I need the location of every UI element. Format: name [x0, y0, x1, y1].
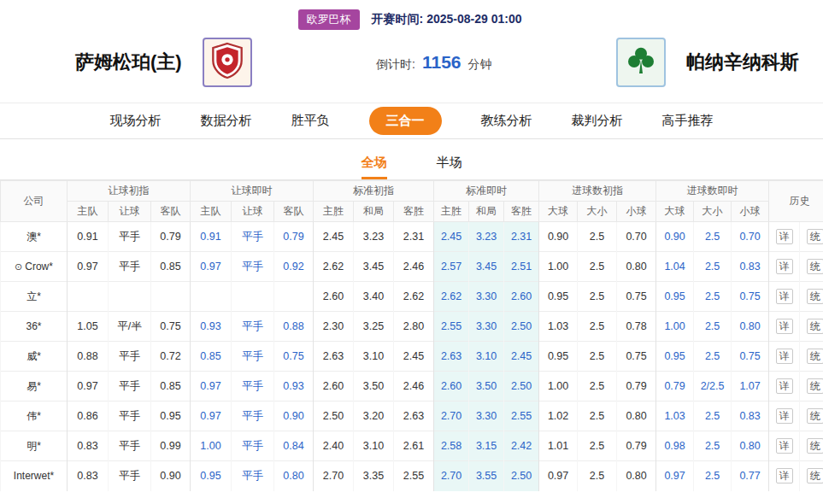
odds-cell [232, 282, 274, 312]
stats-button[interactable]: 统 [807, 259, 823, 274]
tab-胜平负[interactable]: 胜平负 [291, 113, 330, 129]
odds-cell: 平手 [232, 431, 274, 461]
col-header-让球: 让球 [109, 202, 151, 222]
odds-cell: 2.45 [314, 222, 354, 252]
action-cell: 统 [800, 312, 823, 342]
odds-cell: 2.5 [578, 252, 617, 282]
odds-cell: 0.75 [617, 342, 656, 372]
col-header-和局: 和局 [354, 202, 394, 222]
detail-button[interactable]: 详 [776, 408, 793, 424]
company-name: 易* [26, 380, 41, 392]
tab-现场分析[interactable]: 现场分析 [110, 113, 162, 129]
table-row: 36*1.05平/半0.750.93平手0.882.303.252.802.55… [1, 312, 823, 342]
odds-cell: 0.95 [191, 461, 232, 491]
detail-button[interactable]: 详 [776, 319, 793, 334]
countdown: 倒计时: 1156 分钟 [376, 52, 491, 73]
odds-cell: 0.80 [732, 312, 769, 342]
company-name: 明* [26, 440, 41, 452]
odds-cell: 2.5 [578, 342, 617, 372]
stats-button[interactable]: 统 [807, 289, 823, 304]
odds-cell: 2.60 [504, 282, 539, 312]
detail-button[interactable]: 详 [776, 378, 793, 394]
stats-button[interactable]: 统 [807, 349, 823, 364]
odds-cell: 2.46 [394, 252, 434, 282]
odds-table-body: 澳*0.91平手0.790.91平手0.792.453.232.312.453.… [1, 222, 823, 491]
odds-cell [274, 282, 314, 312]
company-name: 立* [26, 290, 41, 302]
odds-cell: 3.50 [354, 372, 394, 401]
odds-cell: 2.5 [694, 282, 732, 312]
odds-cell: 2.51 [504, 252, 539, 282]
odds-cell: 2.5 [694, 431, 732, 461]
odds-cell: 0.70 [732, 222, 769, 252]
tab-数据分析[interactable]: 数据分析 [201, 113, 252, 129]
company-name: Interwet* [14, 470, 54, 482]
group-header-标准即时: 标准即时 [434, 181, 539, 202]
subtab-半场[interactable]: 半场 [437, 155, 462, 179]
home-team-logo [203, 38, 252, 87]
odds-cell: 0.80 [617, 461, 656, 491]
target-icon: ⊙ [15, 261, 22, 272]
stats-button[interactable]: 统 [807, 229, 823, 244]
shamrock-icon [624, 44, 658, 81]
tab-教练分析[interactable]: 教练分析 [481, 113, 532, 129]
stats-button[interactable]: 统 [807, 378, 823, 394]
tab-三合一[interactable]: 三合一 [369, 107, 442, 135]
subtab-全场[interactable]: 全场 [362, 155, 387, 179]
odds-cell: 2.61 [394, 431, 434, 461]
detail-button[interactable]: 详 [776, 349, 793, 364]
odds-cell: 0.75 [617, 282, 656, 312]
odds-cell: 3.30 [469, 282, 504, 312]
odds-cell: 2.5 [578, 431, 617, 461]
detail-button[interactable]: 详 [776, 229, 793, 244]
stats-button[interactable]: 统 [807, 468, 823, 483]
action-cell: 详 [769, 312, 800, 342]
col-header-主队: 主队 [191, 202, 232, 222]
odds-cell: 平手 [232, 401, 274, 431]
league-badge[interactable]: 欧罗巴杯 [298, 9, 360, 30]
odds-cell: 2.30 [314, 312, 354, 342]
match-time-value: 2025-08-29 01:00 [426, 12, 521, 26]
odds-cell: 2.5 [694, 401, 732, 431]
stats-button[interactable]: 统 [807, 319, 823, 334]
odds-cell: 0.83 [68, 431, 109, 461]
odds-cell: 0.85 [151, 252, 191, 282]
odds-cell: 0.97 [539, 461, 578, 491]
odds-cell: 0.75 [732, 282, 769, 312]
odds-cell: 1.03 [656, 401, 694, 431]
col-header-大小: 大小 [578, 202, 617, 222]
odds-cell: 2.63 [394, 401, 434, 431]
odds-cell: 0.99 [151, 431, 191, 461]
odds-cell: 3.30 [469, 312, 504, 342]
odds-cell: 0.97 [656, 461, 694, 491]
odds-cell: 2.50 [504, 372, 539, 401]
odds-cell: 0.95 [539, 282, 578, 312]
odds-cell: 2.40 [314, 431, 354, 461]
odds-cell: 0.80 [274, 461, 314, 491]
odds-cell: 3.10 [354, 431, 394, 461]
odds-cell: 0.91 [68, 222, 109, 252]
detail-button[interactable]: 详 [776, 289, 793, 304]
tab-裁判分析[interactable]: 裁判分析 [572, 113, 623, 129]
detail-button[interactable]: 详 [776, 468, 793, 483]
stats-button[interactable]: 统 [807, 438, 823, 454]
odds-cell: 0.79 [151, 222, 191, 252]
home-team-name: 萨姆松珀(主) [75, 50, 182, 75]
odds-cell: 平手 [109, 372, 151, 401]
odds-cell: 0.88 [68, 342, 109, 372]
detail-button[interactable]: 详 [776, 438, 793, 454]
odds-cell [109, 282, 151, 312]
stats-button[interactable]: 统 [807, 408, 823, 424]
group-header-让球初指: 让球初指 [68, 181, 191, 202]
tab-高手推荐[interactable]: 高手推荐 [662, 113, 714, 129]
odds-cell: 1.04 [656, 252, 694, 282]
table-row: 明*0.83平手0.991.00平手0.842.403.102.612.583.… [1, 431, 823, 461]
odds-cell: 2.5 [694, 222, 732, 252]
odds-cell: 2.5 [694, 461, 732, 491]
detail-button[interactable]: 详 [776, 259, 793, 274]
odds-cell: 3.35 [354, 461, 394, 491]
odds-cell: 2.63 [314, 342, 354, 372]
odds-cell: 0.84 [274, 431, 314, 461]
col-header-主队: 主队 [68, 202, 109, 222]
odds-cell: 2.50 [504, 461, 539, 491]
